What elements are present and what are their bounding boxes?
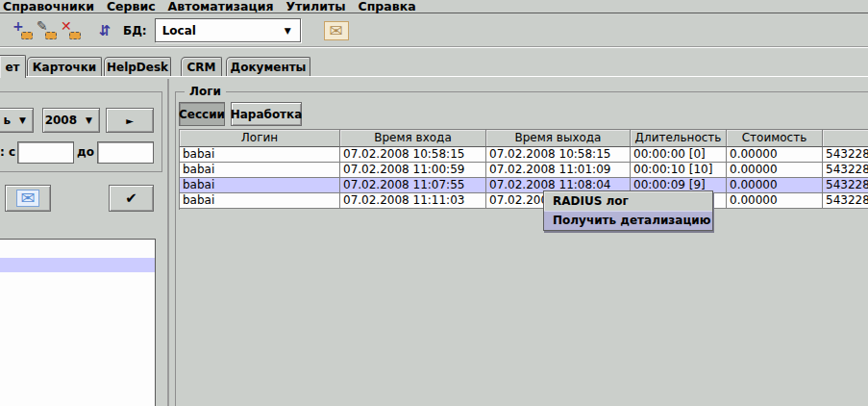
sessions-button[interactable]: Сессии: [179, 102, 225, 126]
delete-record-icon[interactable]: ✕: [61, 20, 82, 41]
checkmark-icon: ✔: [125, 190, 137, 207]
cell-extra: 543228: [823, 147, 868, 163]
cell-time-in: 07.02.2008 11:11:03: [340, 193, 486, 209]
table-row[interactable]: babai 07.02.2008 11:11:03 07.02.2008 0.0…: [180, 193, 868, 209]
cell-time-in: 07.02.2008 10:58:15: [340, 147, 486, 163]
menu-utility[interactable]: Утилиты: [285, 0, 345, 13]
tab-kartochki[interactable]: Карточки: [27, 57, 102, 76]
chevron-down-icon: ▼: [285, 26, 291, 36]
cell-login: babai: [180, 147, 340, 163]
table-header-row: Логин Время входа Время выхода Длительно…: [180, 130, 868, 147]
envelope-icon: ✉: [16, 190, 38, 207]
apply-button[interactable]: ✔: [109, 185, 154, 212]
month-select-value: ь: [3, 114, 11, 127]
cell-duration: 00:00:10 [10]: [631, 163, 727, 178]
refresh-icon[interactable]: ⇵: [96, 22, 113, 39]
panel-divider: [167, 79, 169, 406]
range-from-label: : с: [0, 145, 15, 159]
left-list[interactable]: [0, 239, 156, 406]
cell-cost: 0.00000: [727, 178, 823, 193]
table-row-selected[interactable]: babai 07.02.2008 11:07:55 07.02.2008 11:…: [180, 178, 868, 193]
menu-item-radius-log[interactable]: RADIUS лог: [544, 191, 712, 211]
record-chip: [21, 32, 33, 39]
chevron-down-icon: ▼: [19, 115, 26, 125]
menu-avtomatizaciya[interactable]: Автоматизация: [168, 0, 274, 13]
tab-dokumenty[interactable]: Документы: [226, 57, 310, 76]
date-from-input[interactable]: [17, 141, 74, 164]
cell-time-out: 07.02.2008 10:58:15: [486, 147, 631, 163]
col-time-in[interactable]: Время входа: [340, 130, 486, 147]
cell-extra: 543228: [823, 193, 868, 209]
menu-item-get-details[interactable]: Получить детализацию: [544, 211, 712, 230]
record-chip: [45, 32, 57, 39]
col-time-out[interactable]: Время выхода: [486, 130, 631, 147]
col-cost[interactable]: Стоимость: [727, 130, 823, 147]
edit-record-icon[interactable]: ✎: [37, 20, 58, 41]
cell-duration: 00:00:00 [0]: [631, 147, 727, 163]
next-period-button[interactable]: ►: [106, 108, 154, 133]
tab-baseline: [0, 76, 868, 77]
tab-helpdesk[interactable]: HelpDesk: [104, 57, 171, 76]
cell-time-in: 07.02.2008 11:07:55: [340, 178, 486, 193]
sessions-table: Логин Время входа Время выхода Длительно…: [179, 129, 868, 210]
cell-login: babai: [180, 163, 340, 178]
cell-time-in: 07.02.2008 11:00:59: [340, 163, 486, 178]
record-chip: [69, 32, 81, 39]
application-window: Справочники Сервис Автоматизация Утилиты…: [0, 0, 868, 406]
menu-servis[interactable]: Сервис: [107, 0, 156, 13]
db-select[interactable]: Local ▼: [155, 18, 301, 42]
range-to-label: до: [77, 145, 94, 159]
send-mail-button[interactable]: ✉: [5, 185, 51, 212]
table-row[interactable]: babai 07.02.2008 10:58:15 07.02.2008 10:…: [180, 147, 868, 163]
tab-crm[interactable]: CRM: [181, 57, 222, 76]
menu-spravochniki[interactable]: Справочники: [3, 0, 94, 13]
col-duration[interactable]: Длительность: [631, 130, 727, 147]
left-list-selected-row[interactable]: [0, 258, 155, 272]
db-label: БД:: [123, 24, 147, 38]
uptime-button[interactable]: Наработка: [231, 102, 302, 126]
menu-spravka[interactable]: Справка: [359, 0, 416, 13]
cell-cost: 0.00000: [727, 163, 823, 178]
arrow-right-icon: ►: [126, 115, 134, 126]
tab-et-selected[interactable]: ет: [0, 55, 26, 78]
month-select[interactable]: ь ▼: [0, 108, 34, 133]
db-select-value: Local: [162, 24, 196, 38]
cell-extra: 543228: [823, 178, 868, 193]
cell-login: babai: [180, 193, 340, 209]
logs-group-title: Логи: [185, 85, 226, 98]
cell-time-out: 07.02.2008 11:01:09: [486, 163, 631, 178]
context-menu: RADIUS лог Получить детализацию: [543, 190, 713, 231]
cell-extra: 543228: [823, 163, 868, 178]
year-select-value: 2008: [45, 114, 77, 127]
mail-icon[interactable]: ✉: [324, 21, 349, 40]
cell-cost: 0.00000: [727, 147, 823, 163]
toolbar: + ✎ ✕ ⇵ БД: Local ▼ ✉: [0, 14, 868, 47]
table-row[interactable]: babai 07.02.2008 11:00:59 07.02.2008 11:…: [180, 163, 868, 178]
date-to-input[interactable]: [97, 141, 154, 164]
add-record-icon[interactable]: +: [12, 20, 34, 41]
col-extra[interactable]: [823, 130, 868, 147]
cell-login: babai: [180, 178, 340, 193]
chevron-down-icon: ▼: [86, 115, 92, 125]
cell-cost: 0.00000: [727, 193, 823, 209]
menu-bar: Справочники Сервис Автоматизация Утилиты…: [0, 0, 868, 13]
col-login[interactable]: Логин: [180, 130, 340, 147]
year-select[interactable]: 2008 ▼: [42, 108, 100, 133]
